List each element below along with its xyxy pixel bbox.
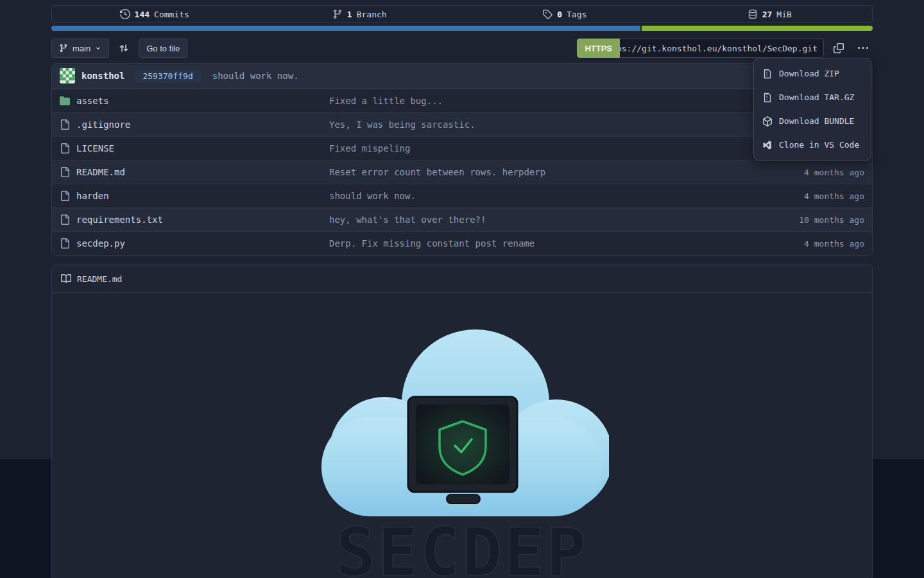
- menu-item-label: Download BUNDLE: [779, 116, 854, 126]
- go-to-file-button[interactable]: Go to file: [139, 39, 187, 58]
- readme-header[interactable]: README.md: [52, 265, 872, 293]
- table-row[interactable]: .gitignore Yes, I was being sarcastic.: [52, 112, 872, 136]
- size-count: 27: [762, 10, 773, 19]
- size-label: MiB: [776, 10, 791, 19]
- chevron-down-icon: [95, 45, 101, 51]
- branch-icon: [332, 9, 343, 19]
- language-bar[interactable]: [51, 26, 873, 31]
- vscode-icon: [762, 140, 773, 150]
- commit-message-link[interactable]: Yes, I was being sarcastic.: [329, 119, 755, 130]
- menu-item-clone-vscode[interactable]: Clone in VS Code: [754, 133, 871, 157]
- book-icon: [61, 274, 71, 284]
- zip-file-icon: [762, 69, 773, 79]
- package-icon: [762, 116, 773, 127]
- table-row[interactable]: requirements.txt hey, what's that over t…: [52, 207, 872, 231]
- file-name-link[interactable]: secdep.py: [76, 238, 125, 249]
- copy-url-button[interactable]: [829, 39, 848, 58]
- history-icon: [120, 9, 130, 19]
- table-row[interactable]: secdep.py Derp. Fix missing constant pos…: [52, 231, 872, 255]
- clone-url-group: HTTPS https://git.konsthol.eu/konsthol/S…: [577, 39, 824, 58]
- database-icon: [748, 9, 758, 19]
- more-options-button[interactable]: [853, 39, 873, 58]
- stat-tags[interactable]: 0 Tags: [462, 6, 667, 22]
- branch-name: main: [73, 44, 90, 53]
- commit-hash-badge[interactable]: 259370ff9d: [135, 69, 200, 83]
- file-time: 4 months ago: [755, 168, 864, 177]
- avatar[interactable]: [60, 68, 75, 83]
- tags-label: Tags: [567, 10, 586, 19]
- repo-stats-bar: 144 Commits 1 Branch 0 Tags 27 MiB: [51, 5, 873, 23]
- file-name-cell: assets: [60, 96, 329, 106]
- file-name-cell: requirements.txt: [60, 215, 329, 225]
- compare-icon: [119, 43, 129, 53]
- file-icon: [60, 238, 70, 249]
- file-time: 4 months ago: [755, 239, 864, 249]
- table-row[interactable]: assets Fixed a little bug...: [52, 89, 872, 112]
- file-name-link[interactable]: README.md: [76, 167, 125, 177]
- tag-icon: [542, 9, 552, 19]
- kebab-icon: [858, 43, 868, 53]
- file-time: 4 months ago: [755, 191, 864, 201]
- table-row[interactable]: LICENSE Fixed mispeling: [52, 136, 872, 160]
- logo-wordmark: SECDEP: [336, 513, 588, 578]
- branch-selector[interactable]: main: [51, 39, 109, 58]
- stat-size[interactable]: 27 MiB: [667, 6, 873, 22]
- commits-label: Commits: [154, 10, 189, 19]
- menu-item-download-bundle[interactable]: Download BUNDLE: [754, 109, 871, 133]
- latest-commit-message[interactable]: should work now.: [212, 71, 299, 81]
- file-name-cell: harden: [60, 191, 329, 201]
- file-icon: [60, 191, 70, 201]
- menu-item-label: Download ZIP: [779, 69, 839, 78]
- file-name-link[interactable]: requirements.txt: [76, 215, 163, 225]
- menu-item-label: Download TAR.GZ: [779, 92, 854, 102]
- latest-commit-row: konsthol 259370ff9d should work now.: [52, 64, 872, 89]
- repo-page: 144 Commits 1 Branch 0 Tags 27 MiB main: [51, 0, 873, 578]
- file-table: konsthol 259370ff9d should work now. ass…: [51, 63, 873, 256]
- folder-icon: [60, 96, 70, 106]
- table-row[interactable]: harden should work now. 4 months ago: [52, 184, 872, 207]
- commit-message-link[interactable]: Derp. Fix missing constant post rename: [329, 238, 755, 249]
- readme-section: README.md: [51, 265, 873, 578]
- file-time: 10 months ago: [755, 215, 864, 225]
- clone-url-input[interactable]: https://git.konsthol.eu/konsthol/SecDep.…: [620, 39, 824, 58]
- repo-toolbar: main Go to file HTTPS https://git.konsth…: [51, 39, 873, 58]
- file-name-link[interactable]: LICENSE: [76, 143, 114, 153]
- file-name-cell: secdep.py: [60, 238, 329, 249]
- file-icon: [60, 119, 70, 130]
- file-name-cell: LICENSE: [60, 143, 329, 153]
- menu-item-download-targz[interactable]: Download TAR.GZ: [754, 85, 871, 109]
- commit-message-link[interactable]: Fixed a little bug...: [329, 96, 755, 106]
- clone-panel: HTTPS https://git.konsthol.eu/konsthol/S…: [577, 39, 873, 58]
- commits-count: 144: [135, 10, 150, 19]
- https-protocol-button[interactable]: HTTPS: [577, 39, 620, 58]
- file-name-cell: .gitignore: [60, 119, 329, 130]
- menu-item-download-zip[interactable]: Download ZIP: [754, 62, 871, 85]
- download-dropdown-menu: Download ZIP Download TAR.GZ Download BU…: [753, 58, 871, 161]
- table-row[interactable]: README.md Reset error count between rows…: [52, 160, 872, 184]
- file-name-link[interactable]: .gitignore: [76, 119, 130, 130]
- branch-icon: [59, 44, 68, 53]
- menu-item-label: Clone in VS Code: [779, 140, 859, 150]
- copy-icon: [834, 43, 844, 53]
- commit-message-link[interactable]: Fixed mispeling: [329, 143, 755, 153]
- tags-count: 0: [557, 10, 562, 19]
- compare-button[interactable]: [114, 39, 133, 58]
- file-name-link[interactable]: assets: [76, 96, 109, 106]
- file-icon: [60, 143, 70, 153]
- commit-author-link[interactable]: konsthol: [81, 71, 124, 81]
- file-icon: [60, 167, 70, 177]
- readme-filename: README.md: [77, 274, 122, 284]
- language-segment-blue: [51, 26, 642, 31]
- stat-branches[interactable]: 1 Branch: [257, 6, 463, 22]
- stat-commits[interactable]: 144 Commits: [52, 6, 257, 22]
- commit-message-link[interactable]: Reset error count between rows. herpderp: [329, 167, 755, 177]
- branch-label: Branch: [357, 10, 387, 19]
- commit-message-link[interactable]: hey, what's that over there?!: [329, 215, 755, 225]
- readme-content: SECDEP: [52, 293, 872, 578]
- file-name-cell: README.md: [60, 167, 329, 177]
- language-segment-green: [642, 26, 873, 31]
- file-icon: [60, 215, 70, 225]
- secdep-logo: SECDEP: [315, 326, 609, 578]
- file-name-link[interactable]: harden: [76, 191, 109, 201]
- commit-message-link[interactable]: should work now.: [329, 191, 755, 201]
